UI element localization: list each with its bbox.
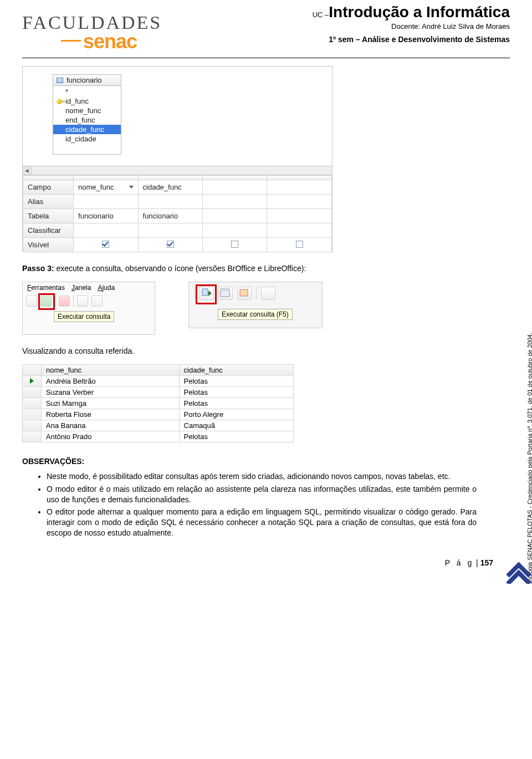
- result-cell[interactable]: Pelotas: [179, 431, 293, 442]
- svg-rect-2: [221, 289, 229, 291]
- field-item[interactable]: id_cidade: [53, 134, 121, 144]
- toolbar-icon[interactable]: [26, 296, 37, 307]
- page-label: P á g: [445, 558, 474, 567]
- grid-cell[interactable]: [203, 180, 267, 195]
- menu-bar[interactable]: Ferramentas Janela Ajuda: [23, 282, 155, 293]
- result-cell[interactable]: Andréia Beltrão: [42, 375, 180, 386]
- result-cell[interactable]: Antônio Prado: [42, 431, 180, 442]
- toolbar-icon[interactable]: [237, 287, 252, 300]
- toolbar-icon[interactable]: [91, 296, 103, 307]
- table-row[interactable]: Suzi Marnga Pelotas: [23, 398, 294, 409]
- field-list[interactable]: * id_func nome_func end_func cidade_func…: [53, 86, 121, 155]
- row-header-visivel: Visível: [23, 238, 74, 252]
- list-item: O editor pode alternar a qualquer moment…: [47, 507, 477, 538]
- highlight-box: [196, 284, 217, 304]
- list-item: O modo editor é o mais utilizado em rela…: [47, 484, 477, 505]
- grid-cell[interactable]: [138, 223, 202, 238]
- result-cell[interactable]: Roberta Flose: [42, 409, 180, 420]
- table-icon: [57, 78, 63, 83]
- grid-cell[interactable]: [267, 238, 332, 252]
- scroll-left-icon[interactable]: ◄: [23, 166, 32, 175]
- grid-cell[interactable]: [203, 195, 267, 209]
- field-item[interactable]: *: [53, 87, 121, 96]
- grid-cell[interactable]: [267, 180, 332, 195]
- column-header[interactable]: nome_func: [42, 364, 180, 375]
- design-grid[interactable]: Campo nome_func cidade_func Alias Tabela…: [23, 175, 332, 252]
- grid-cell[interactable]: [267, 195, 332, 209]
- horizontal-scrollbar[interactable]: ◄: [23, 166, 332, 175]
- grid-cell[interactable]: [74, 195, 138, 209]
- chevron-down-icon[interactable]: [129, 186, 134, 189]
- result-cell[interactable]: Pelotas: [179, 386, 293, 398]
- checkbox-icon[interactable]: [296, 241, 303, 248]
- result-cell[interactable]: Pelotas: [179, 398, 293, 409]
- grid-cell[interactable]: [203, 238, 267, 252]
- row-header-tabela: Tabela: [23, 209, 74, 223]
- table-row[interactable]: Antônio Prado Pelotas: [23, 431, 294, 442]
- result-cell[interactable]: Suzi Marnga: [42, 398, 180, 409]
- logo-text-bottom: senac: [22, 30, 172, 53]
- table-box[interactable]: funcionario * id_func nome_func end_func…: [53, 74, 121, 155]
- result-cell[interactable]: Suzana Verber: [42, 386, 180, 398]
- result-cell[interactable]: Pelotas: [179, 375, 293, 386]
- grid-cell[interactable]: [74, 223, 138, 238]
- table-row[interactable]: Roberta Flose Porto Alegre: [23, 409, 294, 420]
- table-row[interactable]: Andréia Beltrão Pelotas: [23, 375, 294, 386]
- uc-title: Introdução a Informática: [329, 3, 510, 21]
- checkbox-icon[interactable]: [231, 241, 238, 248]
- toolbar-icon[interactable]: [59, 296, 70, 307]
- logo: FACULDADES senac: [22, 3, 172, 53]
- checkbox-icon[interactable]: [102, 241, 109, 248]
- toolbar-libreoffice: Executar consulta (F5): [188, 282, 323, 328]
- field-item[interactable]: end_func: [53, 115, 121, 125]
- table-name: funcionario: [66, 76, 102, 84]
- menu-janela[interactable]: Janela: [71, 284, 91, 292]
- grid-cell[interactable]: [267, 223, 332, 238]
- table-row[interactable]: Suzana Verber Pelotas: [23, 386, 294, 398]
- result-cell[interactable]: Camaquã: [179, 420, 293, 431]
- header-divider: [22, 58, 510, 58]
- tooltip: Executar consulta (F5): [218, 309, 293, 320]
- grid-cell[interactable]: nome_func: [74, 180, 138, 195]
- visualizing-text: Visualizando a consulta referida.: [22, 346, 477, 356]
- semester-line: 1º sem – Análise e Desenvolvimento de Si…: [183, 35, 510, 44]
- field-item-selected[interactable]: cidade_func: [53, 125, 121, 134]
- result-cell[interactable]: Ana Banana: [42, 420, 180, 431]
- page-number: 157: [480, 558, 493, 567]
- tooltip: Executar consulta: [54, 311, 114, 322]
- toolbar-icon[interactable]: [261, 287, 275, 300]
- teacher-line: Docente: André Luiz Silva de Moraes: [183, 22, 510, 30]
- toolbar-broffice: Ferramentas Janela Ajuda Executar consul…: [22, 282, 155, 335]
- grid-cell[interactable]: funcionario: [138, 209, 202, 223]
- result-cell[interactable]: Porto Alegre: [179, 409, 293, 420]
- institution-credit: Faculdade de Tecnologia SENAC PELOTAS - …: [526, 333, 532, 584]
- table-row[interactable]: Ana Banana Camaquã: [23, 420, 294, 431]
- field-item[interactable]: nome_func: [53, 106, 121, 115]
- page-footer: P á g | 157: [22, 558, 510, 567]
- menu-ferramentas[interactable]: Ferramentas: [27, 284, 65, 292]
- field-item[interactable]: id_func: [53, 96, 121, 106]
- column-header[interactable]: [23, 364, 42, 375]
- grid-cell[interactable]: cidade_func: [138, 180, 202, 195]
- checkbox-icon[interactable]: [167, 241, 174, 248]
- observations-list: Neste modo, é possibilitado editar consu…: [22, 471, 477, 538]
- course-title: UC –Introdução a Informática: [183, 3, 510, 21]
- table-title-bar[interactable]: funcionario: [53, 74, 121, 86]
- toolbar-icon[interactable]: [77, 296, 88, 307]
- row-header-alias: Alias: [23, 195, 74, 209]
- query-result-grid[interactable]: nome_func cidade_func Andréia Beltrão Pe…: [22, 364, 294, 442]
- grid-cell[interactable]: [203, 209, 267, 223]
- row-header-campo: Campo: [23, 180, 74, 195]
- grid-cell[interactable]: funcionario: [74, 209, 138, 223]
- grid-cell[interactable]: [203, 223, 267, 238]
- record-pointer-icon: [30, 378, 34, 384]
- column-header[interactable]: cidade_func: [179, 364, 293, 375]
- grid-cell[interactable]: [138, 195, 202, 209]
- toolbar-icon[interactable]: [218, 287, 233, 300]
- grid-cell[interactable]: [138, 238, 202, 252]
- menu-ajuda[interactable]: Ajuda: [98, 284, 115, 292]
- grid-cell[interactable]: [267, 209, 332, 223]
- grid-cell[interactable]: [74, 238, 138, 252]
- highlight-box: [38, 293, 55, 310]
- page-corner-icon: [504, 556, 532, 584]
